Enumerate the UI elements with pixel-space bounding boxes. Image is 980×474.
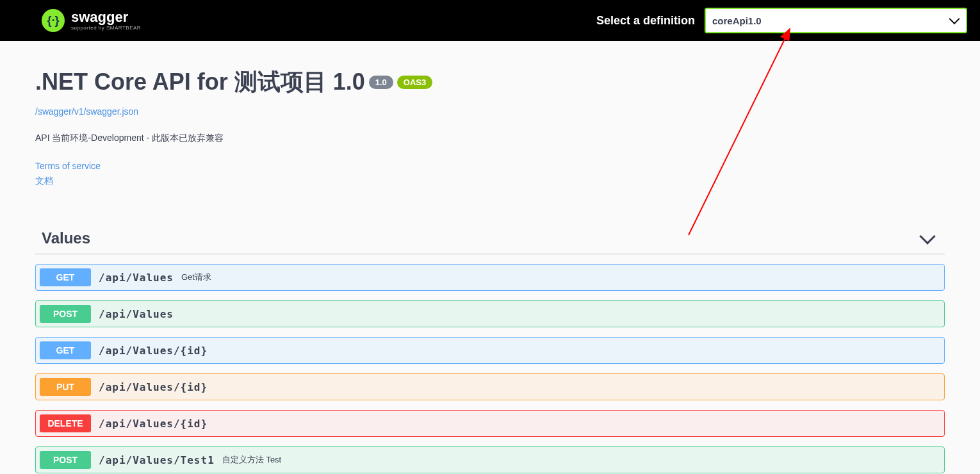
logo-sub: supported by SMARTBEAR: [71, 26, 141, 31]
operation-path: /api/Values/{id}: [99, 345, 208, 357]
topbar: {·} swagger supported by SMARTBEAR Selec…: [0, 0, 980, 41]
tag-name: Values: [35, 229, 90, 247]
logo-text: swagger supported by SMARTBEAR: [71, 10, 141, 31]
terms-of-service-link[interactable]: Terms of service: [35, 161, 101, 171]
definition-select[interactable]: coreApi1.0: [705, 8, 967, 33]
definition-label: Select a definition: [596, 14, 695, 28]
operation-row[interactable]: PUT/api/Values/{id}: [35, 373, 945, 400]
method-badge: PUT: [40, 378, 91, 396]
operation-path: /api/Values/{id}: [99, 381, 208, 393]
operation-summary: 自定义方法 Test: [222, 454, 281, 466]
operation-row[interactable]: POST/api/Values/Test1自定义方法 Test: [35, 446, 945, 473]
title-row: .NET Core API for 测试项目 1.0 1.0 OAS3: [35, 67, 945, 98]
api-title: .NET Core API for 测试项目 1.0: [35, 67, 365, 98]
oas-badge: OAS3: [397, 76, 432, 89]
api-info: .NET Core API for 测试项目 1.0 1.0 OAS3 /swa…: [35, 67, 945, 191]
operation-row[interactable]: POST/api/Values: [35, 300, 945, 327]
operation-path: /api/Values: [99, 308, 174, 320]
operation-row[interactable]: GET/api/Values/{id}: [35, 337, 945, 364]
definition-selector-area: Select a definition coreApi1.0: [596, 8, 967, 33]
version-badge: 1.0: [369, 76, 393, 89]
operation-row[interactable]: DELETE/api/Values/{id}: [35, 410, 945, 437]
chevron-down-icon: [919, 228, 935, 244]
definition-selected-value: coreApi1.0: [712, 15, 762, 26]
operation-summary: Get请求: [181, 272, 211, 283]
method-badge: GET: [40, 341, 91, 359]
method-badge: POST: [40, 451, 91, 469]
operation-path: /api/Values/{id}: [99, 418, 208, 430]
operation-path: /api/Values/Test1: [99, 454, 215, 466]
swagger-json-link[interactable]: /swagger/v1/swagger.json: [35, 106, 138, 117]
swagger-icon: {·}: [42, 9, 65, 32]
operations-list: GET/api/ValuesGet请求POST/api/ValuesGET/ap…: [35, 264, 945, 473]
method-badge: GET: [40, 268, 91, 286]
main-content: .NET Core API for 测试项目 1.0 1.0 OAS3 /swa…: [35, 41, 945, 473]
api-description: API 当前环境-Development - 此版本已放弃兼容: [35, 133, 945, 144]
method-badge: DELETE: [40, 414, 91, 432]
swagger-logo[interactable]: {·} swagger supported by SMARTBEAR: [42, 9, 141, 32]
logo-main: swagger: [71, 10, 141, 24]
docs-link[interactable]: 文档: [35, 176, 53, 187]
method-badge: POST: [40, 305, 91, 323]
operation-row[interactable]: GET/api/ValuesGet请求: [35, 264, 945, 291]
tag-header[interactable]: Values: [35, 223, 945, 254]
operation-path: /api/Values: [99, 272, 174, 284]
